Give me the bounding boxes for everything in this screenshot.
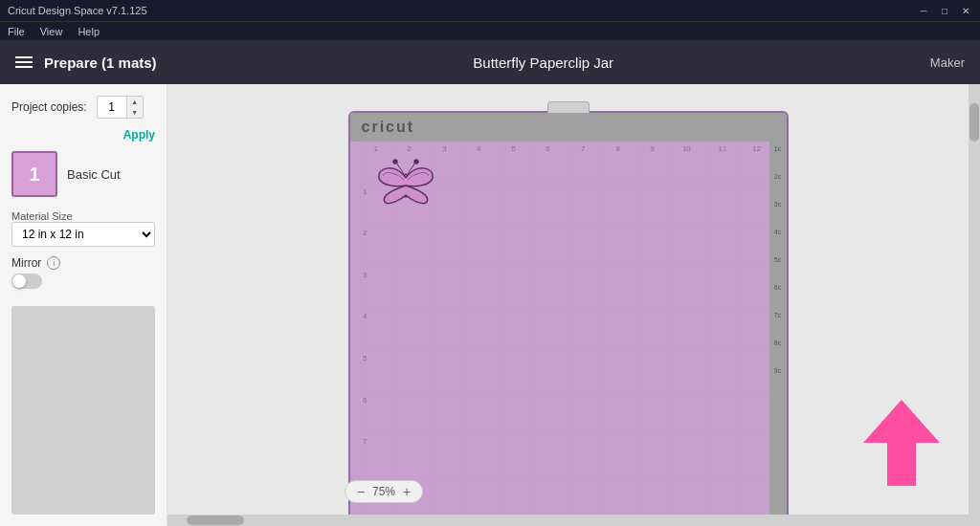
horizontal-scrollbar[interactable] [167,515,980,526]
svg-text:5: 5 [511,144,516,153]
copies-input[interactable] [98,97,126,118]
project-copies-label: Project copies: [11,100,87,114]
content-scroll-area: cricut [167,84,980,515]
svg-text:6: 6 [362,396,367,405]
svg-text:8: 8 [615,144,620,153]
apply-button[interactable]: Apply [123,128,155,142]
apply-row: Apply [11,128,155,142]
h-scrollbar-thumb[interactable] [187,515,244,525]
content-area: cricut [167,84,980,526]
mat-item[interactable]: 1 Basic Cut [11,151,155,197]
mat-label: Basic Cut [67,167,121,182]
continue-arrow [863,400,940,486]
material-size-section: Material Size 12 in x 12 in 12 in x 24 i… [11,207,155,247]
cutting-mat: cricut [348,111,789,515]
svg-text:7: 7 [580,144,584,153]
mirror-row: Mirror i [11,256,155,270]
copies-arrows: ▲ ▼ [126,97,143,118]
vertical-scrollbar[interactable] [969,84,980,515]
menu-view[interactable]: View [40,26,63,37]
copies-down-btn[interactable]: ▼ [127,107,143,118]
material-size-select[interactable]: 12 in x 12 in 12 in x 24 in Custom [11,222,155,247]
copies-input-wrap: ▲ ▼ [97,96,144,119]
zoom-out-btn[interactable]: − [353,484,368,499]
menubar: File View Help [0,21,980,40]
svg-text:12: 12 [752,144,761,153]
minimize-btn[interactable]: ─ [917,4,930,17]
mirror-toggle[interactable] [11,274,42,289]
main-layout: Project copies: ▲ ▼ Apply 1 Basic Cut Ma… [0,84,980,526]
mirror-section: Mirror i [11,256,155,289]
canvas-area: cricut [167,84,969,515]
scrollbar-thumb[interactable] [969,103,979,142]
mat-number: 1 [29,164,39,186]
menu-file[interactable]: File [8,26,25,37]
svg-text:11: 11 [718,144,726,153]
svg-text:2: 2 [362,229,366,237]
menu-help[interactable]: Help [78,26,100,37]
material-size-label: Material Size [11,210,155,222]
app-title: Cricut Design Space v7.1.125 [8,5,147,16]
mat-header: cricut [350,113,787,142]
zoom-in-btn[interactable]: + [399,484,414,499]
svg-point-24 [393,160,397,164]
hamburger-menu[interactable] [15,56,33,68]
header-left: Prepare (1 mats) [15,55,157,71]
maximize-btn[interactable]: □ [938,4,951,17]
svg-text:4: 4 [476,144,480,153]
maker-label: Maker [930,55,965,70]
svg-text:9: 9 [650,144,655,153]
ruler-right: 1c2c3c4c5c 6c7c8c9c [769,142,787,515]
close-btn[interactable]: ✕ [959,4,972,17]
butterfly-image [368,149,444,216]
sidebar-bottom-box [11,306,155,515]
svg-text:6: 6 [546,144,550,153]
sidebar: Project copies: ▲ ▼ Apply 1 Basic Cut Ma… [0,84,167,526]
header: Prepare (1 mats) Butterfly Paperclip Jar… [0,40,980,84]
mat-brand: cricut [362,119,415,136]
prepare-label: Prepare (1 mats) [44,55,157,71]
svg-text:7: 7 [362,437,366,446]
mat-thumbnail: 1 [11,151,57,197]
mirror-label: Mirror [11,256,41,270]
svg-marker-27 [863,400,940,486]
zoom-level: 75% [372,485,395,498]
project-title: Butterfly Paperclip Jar [473,55,613,71]
toggle-knob [12,274,26,288]
mirror-info-icon[interactable]: i [47,256,60,270]
svg-text:3: 3 [362,271,367,279]
svg-text:4: 4 [362,312,367,320]
svg-text:10: 10 [681,144,690,153]
window-controls: ─ □ ✕ [917,4,972,17]
svg-text:5: 5 [362,354,367,362]
project-copies-row: Project copies: ▲ ▼ [11,96,155,119]
svg-point-26 [414,160,418,164]
titlebar: Cricut Design Space v7.1.125 ─ □ ✕ [0,0,980,21]
copies-up-btn[interactable]: ▲ [127,97,143,107]
zoom-control: − 75% + [345,480,423,503]
